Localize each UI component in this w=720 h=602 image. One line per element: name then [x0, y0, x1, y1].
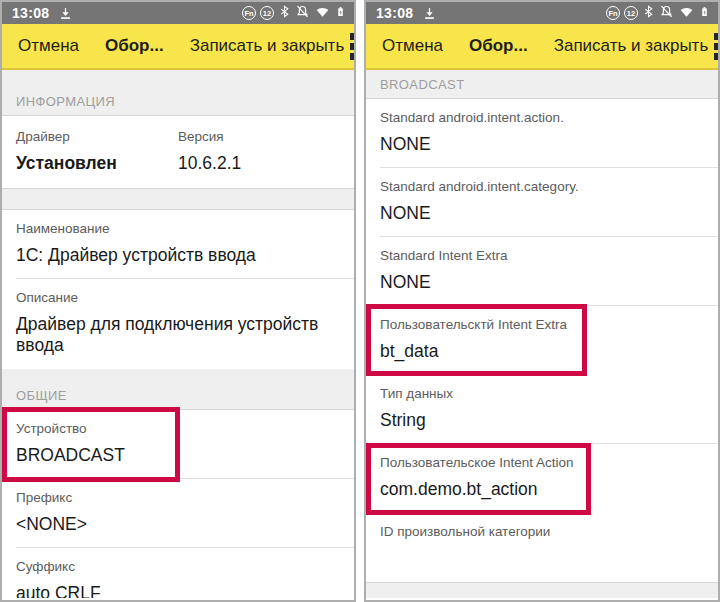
fn-badge-icon: Fn — [242, 6, 256, 20]
status-time: 13:08 — [12, 5, 49, 21]
wifi-icon — [314, 4, 331, 23]
download-icon — [422, 6, 437, 21]
fn-badge-icon: Fn — [606, 6, 620, 20]
bluetooth-icon — [642, 4, 655, 23]
overflow-menu-icon[interactable] — [708, 29, 720, 64]
field-row-intent-action-std[interactable]: Standard android.intent.action. NONE — [366, 99, 718, 168]
status-bar: 13:08 Fn 12 — [2, 2, 354, 24]
field-row-device[interactable]: Устройство BROADCAST — [2, 410, 354, 479]
battery-charging-icon — [335, 3, 346, 24]
field-label: Префикс — [16, 490, 340, 505]
field-row-category-id[interactable]: ID произвольной категории — [366, 513, 718, 552]
driver-column: Драйвер Установлен — [16, 129, 178, 174]
field-value[interactable]: BROADCAST — [16, 445, 340, 466]
field-label: Standard android.intent.category. — [380, 179, 704, 194]
highlight-box — [366, 304, 587, 376]
form-title: Обор... — [469, 36, 528, 56]
field-label: Наименование — [16, 221, 340, 236]
cancel-button[interactable]: Отмена — [18, 36, 79, 56]
field-value[interactable]: auto CRLF — [16, 583, 340, 598]
field-row-intent-action-custom[interactable]: Пользовательское Intent Action com.demo.… — [366, 444, 718, 513]
save-and-close-button[interactable]: Записать и закрыть — [190, 36, 345, 56]
field-label: Пользовательское Intent Action — [380, 455, 704, 470]
field-label: Драйвер — [16, 129, 178, 144]
field-value[interactable]: String — [380, 410, 704, 431]
field-row-name[interactable]: Наименование 1С: Драйвер устройств ввода — [2, 210, 354, 279]
field-value[interactable]: NONE — [380, 203, 704, 224]
phone-screenshot-right: 13:08 Fn 12 — [364, 0, 720, 602]
save-and-close-button[interactable]: Записать и закрыть — [554, 36, 709, 56]
wifi-icon — [678, 4, 695, 23]
driver-version-row: Драйвер Установлен Версия 10.6.2.1 — [2, 116, 354, 188]
section-header-broadcast: BROADCAST — [366, 70, 718, 99]
field-label: ID произвольной категории — [380, 524, 704, 539]
field-value[interactable]: bt_data — [380, 341, 704, 362]
form-content-right: BROADCAST Standard android.intent.action… — [366, 70, 718, 598]
field-label: Standard android.intent.action. — [380, 110, 704, 125]
field-row-intent-extra-std[interactable]: Standard Intent Extra NONE — [366, 237, 718, 306]
field-row-intent-extra-custom[interactable]: Пользовательсктй Intent Extra bt_data — [366, 306, 718, 375]
bottom-section-band — [366, 582, 718, 598]
form-toolbar: Отмена Обор... Записать и закрыть — [2, 24, 354, 70]
field-row-intent-category-std[interactable]: Standard android.intent.category. NONE — [366, 168, 718, 237]
status-time: 13:08 — [376, 5, 413, 21]
download-icon — [58, 6, 73, 21]
field-value[interactable]: <NONE> — [16, 514, 340, 535]
num-badge-icon: 12 — [624, 6, 638, 20]
form-title: Обор... — [105, 36, 164, 56]
field-row-description[interactable]: Описание Драйвер для подключения устройс… — [2, 279, 354, 369]
version-column: Версия 10.6.2.1 — [178, 129, 340, 174]
bell-off-icon — [659, 4, 674, 23]
field-value[interactable]: NONE — [380, 134, 704, 155]
field-value: Установлен — [16, 153, 178, 174]
bluetooth-icon — [278, 4, 291, 23]
num-badge-icon: 12 — [260, 6, 274, 20]
two-phone-screenshots: 13:08 Fn 12 — [0, 0, 720, 602]
cancel-button[interactable]: Отмена — [382, 36, 443, 56]
field-label: Устройство — [16, 421, 340, 436]
field-value[interactable]: Драйвер для подключения устройств ввода — [16, 314, 340, 356]
field-row-suffix[interactable]: Суффикс auto CRLF — [2, 548, 354, 598]
field-value: 10.6.2.1 — [178, 153, 340, 174]
field-label: Описание — [16, 290, 340, 305]
field-row-data-type[interactable]: Тип данных String — [366, 375, 718, 444]
bell-off-icon — [295, 4, 310, 23]
field-label: Standard Intent Extra — [380, 248, 704, 263]
status-icons: Fn 12 — [242, 3, 346, 24]
status-icons: Fn 12 — [606, 3, 710, 24]
field-label: Суффикс — [16, 559, 340, 574]
section-header-information: ИНФОРМАЦИЯ — [2, 70, 354, 116]
field-value[interactable]: NONE — [380, 272, 704, 293]
battery-charging-icon — [699, 3, 710, 24]
section-header-common: ОБЩИЕ — [2, 369, 354, 410]
field-value[interactable]: 1С: Драйвер устройств ввода — [16, 245, 340, 266]
status-bar: 13:08 Fn 12 — [366, 2, 718, 24]
field-label: Тип данных — [380, 386, 704, 401]
field-row-prefix[interactable]: Префикс <NONE> — [2, 479, 354, 548]
overflow-menu-icon[interactable] — [344, 29, 356, 64]
form-content-left: ИНФОРМАЦИЯ Драйвер Установлен Версия 10.… — [2, 70, 354, 598]
field-value[interactable]: com.demo.bt_action — [380, 479, 704, 500]
phone-screenshot-left: 13:08 Fn 12 — [0, 0, 356, 602]
field-label: Версия — [178, 129, 340, 144]
field-label: Пользовательсктй Intent Extra — [380, 317, 704, 332]
form-toolbar: Отмена Обор... Записать и закрыть — [366, 24, 718, 70]
section-divider-band — [2, 188, 354, 210]
